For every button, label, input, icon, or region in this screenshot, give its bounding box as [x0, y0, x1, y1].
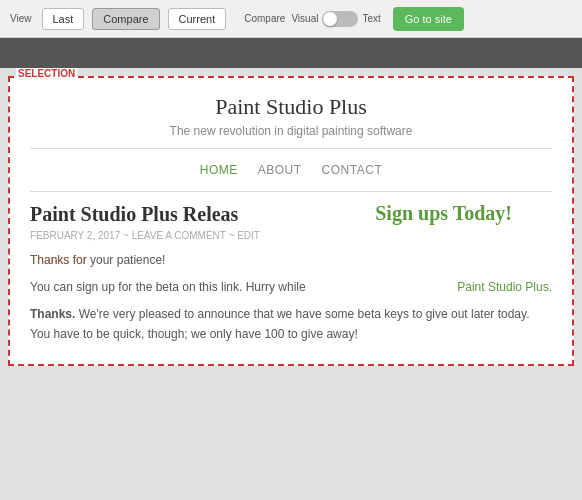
visual-label: Visual — [291, 13, 318, 24]
post-container: Paint Studio Plus Releas Sign ups Today!… — [30, 202, 552, 352]
nav-about[interactable]: ABOUT — [258, 163, 302, 177]
site-title: Paint Studio Plus — [30, 94, 552, 120]
post-meta: FEBRUARY 2, 2017 ~ LEAVE A COMMENT ~ EDI… — [30, 230, 552, 241]
meta-separator1: ~ — [123, 230, 132, 241]
post-date: FEBRUARY 2, 2017 — [30, 230, 120, 241]
post-line3-main: We're very pleased to announce that we h… — [30, 307, 529, 340]
nav-divider — [30, 191, 552, 192]
post-line3-thanks: Thanks. — [30, 307, 75, 321]
post-line-1: Thanks for your patience! Thanks for — [30, 251, 552, 270]
meta-separator2: ~ — [229, 230, 238, 241]
visual-text-toggle[interactable] — [322, 11, 358, 27]
toolbar: View Last Compare Current Compare Visual… — [0, 0, 582, 38]
post-line-3: Thanks. We're very pleased to announce t… — [30, 305, 552, 343]
go-to-site-button[interactable]: Go to site — [393, 7, 464, 31]
header-divider — [30, 148, 552, 149]
compare-label: Compare — [244, 13, 285, 24]
edit-link[interactable]: EDIT — [237, 230, 260, 241]
nav-contact[interactable]: CONTACT — [322, 163, 383, 177]
site-nav: HOME ABOUT CONTACT — [30, 157, 552, 183]
site-content: Paint Studio Plus The new revolution in … — [10, 78, 572, 364]
post-title: Paint Studio Plus Releas — [30, 203, 238, 225]
compare-button[interactable]: Compare — [92, 8, 159, 30]
post-line1-text: Thanks for your patience! — [30, 253, 165, 267]
leave-comment-link[interactable]: LEAVE A COMMENT — [132, 230, 226, 241]
post-line2-overlay: Paint Studio Plus. — [457, 278, 552, 297]
last-button[interactable]: Last — [42, 8, 85, 30]
nav-home[interactable]: HOME — [200, 163, 238, 177]
selection-area: SELECTION Paint Studio Plus The new revo… — [8, 76, 574, 366]
text-label: Text — [362, 13, 380, 24]
current-button[interactable]: Current — [168, 8, 227, 30]
post-line2-text: You can sign up for the beta on this lin… — [30, 280, 306, 294]
selection-label: SELECTION — [16, 68, 77, 79]
compare-section: Compare Visual Text — [244, 11, 381, 27]
gray-bar — [0, 38, 582, 68]
post-title-overlay: Sign ups Today! — [375, 202, 512, 225]
site-tagline: The new revolution in digital painting s… — [30, 124, 552, 138]
view-label: View — [10, 13, 32, 24]
post-body: Thanks for your patience! Thanks for You… — [30, 251, 552, 344]
post-line-2: You can sign up for the beta on this lin… — [30, 278, 552, 297]
